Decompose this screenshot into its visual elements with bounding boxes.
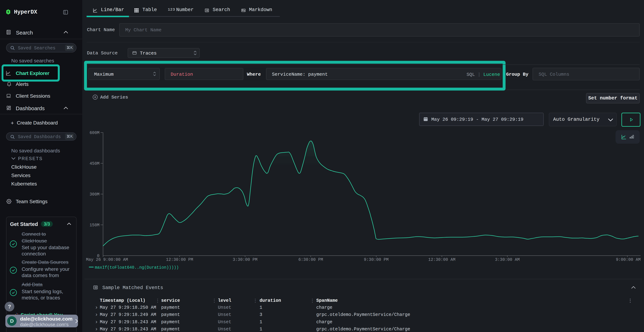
svg-text:May 26 9:00:00 AM: May 26 9:00:00 AM <box>86 258 128 262</box>
svg-text:450M: 450M <box>90 161 100 166</box>
svg-text:12:30:00 AM: 12:30:00 AM <box>428 258 456 262</box>
svg-text:3:30:00 AM: 3:30:00 AM <box>495 258 520 262</box>
svg-text:9:00:00 AM: 9:00:00 AM <box>616 258 640 262</box>
svg-text:maxIf(toFloat640..ng(Duration): maxIf(toFloat640..ng(Duration))))) <box>95 265 179 270</box>
svg-text:300M: 300M <box>90 192 100 197</box>
svg-text:3:30:00 PM: 3:30:00 PM <box>233 258 258 262</box>
svg-text:600M: 600M <box>90 130 100 135</box>
svg-text:9:30:00 PM: 9:30:00 PM <box>364 258 388 262</box>
svg-text:150M: 150M <box>90 223 100 228</box>
svg-text:6:30:00 PM: 6:30:00 PM <box>298 258 323 262</box>
svg-text:12:30:00 PM: 12:30:00 PM <box>166 258 193 262</box>
